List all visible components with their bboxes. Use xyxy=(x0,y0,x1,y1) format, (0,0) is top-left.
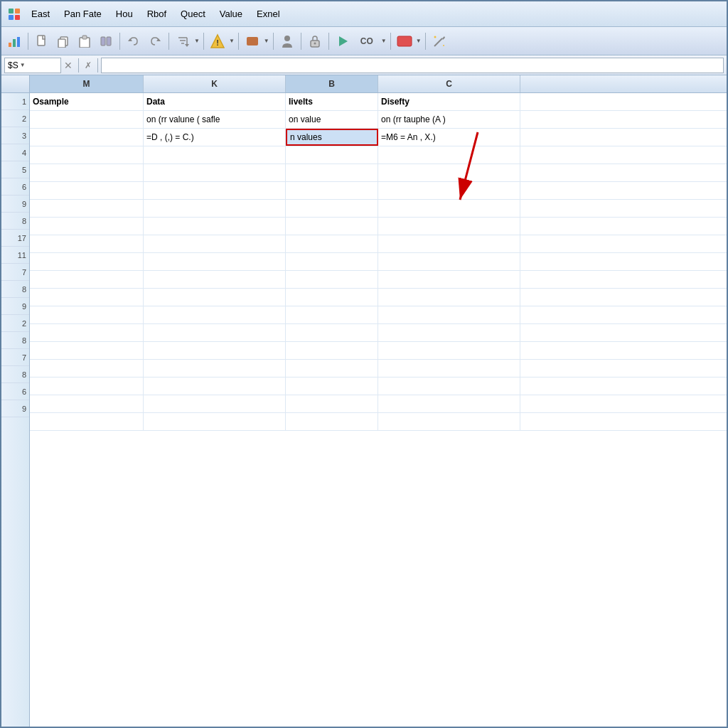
cell-6-K[interactable] xyxy=(144,395,286,412)
cell-9-M[interactable] xyxy=(30,413,144,430)
menu-value[interactable]: Value xyxy=(213,6,250,22)
app-icon[interactable] xyxy=(4,4,24,24)
rect-dropdown[interactable]: ▼ xyxy=(416,38,422,44)
cell-8-C[interactable] xyxy=(378,378,520,395)
cell-17-K[interactable] xyxy=(144,235,286,252)
row-num-14[interactable]: 8 xyxy=(1,332,29,349)
cell-1-K[interactable]: Data xyxy=(144,93,286,110)
cell-2-K[interactable] xyxy=(144,324,286,341)
cell-8-M[interactable] xyxy=(30,342,144,359)
row-num-18[interactable]: 9 xyxy=(1,400,29,417)
cell-4-B[interactable] xyxy=(286,146,378,164)
row-num-16[interactable]: 8 xyxy=(1,366,29,383)
row-num-11[interactable]: 8 xyxy=(1,281,29,298)
redo-btn[interactable] xyxy=(145,31,165,51)
cell-8-C[interactable] xyxy=(378,218,520,235)
cell-9-K[interactable] xyxy=(144,200,286,217)
cell-9-B[interactable] xyxy=(286,413,378,430)
cell-11-M[interactable] xyxy=(30,253,144,270)
cell-6-K[interactable] xyxy=(144,182,286,199)
copy-btn[interactable] xyxy=(53,31,73,51)
name-box-dropdown-arrow[interactable]: ▼ xyxy=(20,62,26,68)
warning-dropdown-arrow[interactable]: ▼ xyxy=(229,38,235,44)
menu-exnel[interactable]: Exnel xyxy=(250,6,287,22)
cell-7-M[interactable] xyxy=(30,271,144,288)
cell-6-M[interactable] xyxy=(30,182,144,199)
cell-2-C[interactable] xyxy=(378,324,520,341)
formula-input[interactable] xyxy=(101,58,724,73)
cell-9-K[interactable] xyxy=(144,413,286,430)
undo-btn[interactable] xyxy=(124,31,144,51)
rect-btn[interactable] xyxy=(395,31,414,51)
cell-2-B[interactable] xyxy=(286,324,378,341)
cell-7-M[interactable] xyxy=(30,360,144,377)
cell-9-C[interactable] xyxy=(378,200,520,217)
new-file-btn[interactable] xyxy=(32,31,52,51)
play-btn[interactable] xyxy=(333,31,353,51)
menu-hou[interactable]: Hou xyxy=(109,6,140,22)
row-num-3[interactable]: 4 xyxy=(1,144,29,161)
cell-8-K[interactable] xyxy=(144,378,286,395)
user-btn[interactable] xyxy=(277,31,297,51)
cell-1-M[interactable]: Osample xyxy=(30,93,144,110)
cell-8-K[interactable] xyxy=(144,218,286,235)
row-num-0[interactable]: 1 xyxy=(1,93,29,110)
cell-7-K[interactable] xyxy=(144,360,286,377)
cell-3-K[interactable]: =D , (,) = C.) xyxy=(144,129,286,146)
view-btn[interactable] xyxy=(96,31,116,51)
menu-pan-fate[interactable]: Pan Fate xyxy=(57,6,109,22)
row-num-7[interactable]: 8 xyxy=(1,213,29,230)
warning-btn[interactable]: ! xyxy=(208,31,228,51)
cell-7-C[interactable] xyxy=(378,271,520,288)
sort-dropdown-arrow[interactable]: ▼ xyxy=(194,38,200,44)
row-num-2[interactable]: 3 xyxy=(1,127,29,144)
cell-8-B[interactable] xyxy=(286,218,378,235)
cell-2-M[interactable] xyxy=(30,324,144,341)
cell-3-C[interactable]: =M6 = An , X.) xyxy=(378,129,520,146)
cell-2-C[interactable]: on (rr tauphe (A ) xyxy=(378,111,520,128)
color-btn[interactable] xyxy=(242,31,262,51)
cell-8-K[interactable] xyxy=(144,289,286,306)
cell-2-M[interactable] xyxy=(30,111,144,128)
cell-5-K[interactable] xyxy=(144,164,286,181)
cell-8-B[interactable] xyxy=(286,289,378,306)
cell-9-M[interactable] xyxy=(30,200,144,217)
cell-8-C[interactable] xyxy=(378,289,520,306)
cell-9-C[interactable] xyxy=(378,306,520,323)
cell-6-C[interactable] xyxy=(378,395,520,412)
cell-11-K[interactable] xyxy=(144,253,286,270)
row-num-4[interactable]: 5 xyxy=(1,161,29,178)
lock-btn[interactable] xyxy=(305,31,325,51)
cell-5-M[interactable] xyxy=(30,164,144,181)
cell-9-M[interactable] xyxy=(30,306,144,323)
cell-8-M[interactable] xyxy=(30,289,144,306)
cell-8-M[interactable] xyxy=(30,218,144,235)
row-num-8[interactable]: 17 xyxy=(1,230,29,247)
cell-4-C[interactable] xyxy=(378,146,520,164)
row-num-9[interactable]: 11 xyxy=(1,247,29,264)
row-num-13[interactable]: 2 xyxy=(1,315,29,332)
co-dropdown-arrow[interactable]: ▼ xyxy=(381,38,387,44)
cell-5-B[interactable] xyxy=(286,164,378,181)
menu-quect[interactable]: Quect xyxy=(173,6,213,22)
cell-4-K[interactable] xyxy=(144,146,286,164)
cell-8-C[interactable] xyxy=(378,342,520,359)
formula-expand-btn[interactable]: ✕ xyxy=(64,60,73,71)
cell-17-B[interactable] xyxy=(286,235,378,252)
cell-6-C[interactable] xyxy=(378,182,520,199)
cell-17-C[interactable] xyxy=(378,235,520,252)
cell-9-B[interactable] xyxy=(286,200,378,217)
cell-11-B[interactable] xyxy=(286,253,378,270)
rect-dropdown-arrow[interactable]: ▼ xyxy=(416,38,422,44)
paste-btn[interactable] xyxy=(75,31,95,51)
warning-dropdown[interactable]: ▼ xyxy=(229,38,235,44)
name-box[interactable]: $S ▼ xyxy=(4,58,61,73)
col-header-K[interactable]: K xyxy=(144,75,286,92)
cell-9-B[interactable] xyxy=(286,306,378,323)
cell-6-M[interactable] xyxy=(30,395,144,412)
row-num-5[interactable]: 6 xyxy=(1,178,29,196)
cell-4-M[interactable] xyxy=(30,146,144,164)
cell-9-C[interactable] xyxy=(378,413,520,430)
cell-7-B[interactable] xyxy=(286,271,378,288)
cell-9-K[interactable] xyxy=(144,306,286,323)
